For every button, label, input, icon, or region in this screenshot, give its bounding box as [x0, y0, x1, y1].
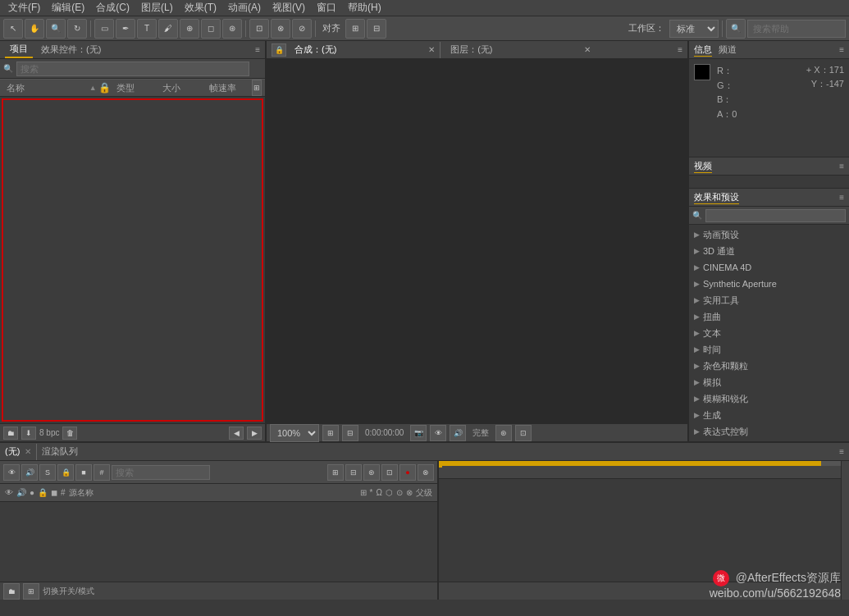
comp-menu-btn[interactable]: ≡ — [678, 45, 682, 54]
tl-stagger-btn[interactable]: ⊞ — [327, 464, 344, 481]
comp-lock-btn[interactable]: 🔒 — [272, 43, 286, 57]
timeline-area[interactable] — [439, 479, 841, 582]
tool-brush[interactable]: 🖌 — [158, 19, 178, 39]
effect-item-synthetic[interactable]: ▶ Synthetic Aperture — [689, 276, 849, 292]
workspace-select[interactable]: 标准 — [669, 20, 719, 38]
next-btn[interactable]: ▶ — [247, 427, 262, 440]
comp-body[interactable] — [267, 59, 687, 423]
tool-zoom[interactable]: 🔍 — [46, 19, 66, 39]
tool-rect[interactable]: ▭ — [94, 19, 114, 39]
effect-item-blur[interactable]: ▶ 模糊和锐化 — [689, 390, 849, 407]
tl-graph-btn[interactable]: ⊛ — [363, 464, 380, 481]
tab-audio[interactable]: 频道 — [719, 43, 737, 56]
tl-audio-btn[interactable]: 🔊 — [21, 464, 38, 481]
arrow-noise: ▶ — [694, 362, 700, 370]
tool-rotate[interactable]: ↻ — [67, 19, 87, 39]
tab-effects-controls[interactable]: 效果控件：(无) — [36, 42, 106, 57]
menu-edit[interactable]: 编辑(E) — [47, 0, 89, 16]
tab-info[interactable]: 信息 — [694, 43, 712, 57]
help-search-input[interactable] — [747, 20, 846, 38]
menu-composition[interactable]: 合成(C) — [91, 0, 135, 16]
tab-layer[interactable]: 图层：(无) — [445, 42, 497, 57]
effect-item-3d[interactable]: ▶ 3D 通道 — [689, 243, 849, 259]
menu-file[interactable]: 文件(F) — [3, 0, 45, 16]
grid-overlay-btn[interactable]: ⊡ — [515, 425, 532, 441]
effects-list[interactable]: ▶ 动画预设 ▶ 3D 通道 ▶ CINEMA 4D ▶ — [689, 225, 849, 441]
effect-item-generate[interactable]: ▶ 生成 — [689, 407, 849, 423]
new-folder-btn[interactable]: 🖿 — [3, 427, 18, 440]
tool-pen[interactable]: ✒ — [116, 19, 135, 39]
tl-eye-btn[interactable]: 👁 — [3, 464, 20, 481]
effects-search-input[interactable] — [705, 209, 846, 222]
tab-render-queue[interactable]: 渲染队列 — [42, 445, 78, 458]
layer-close-btn[interactable]: ✕ — [584, 45, 591, 54]
comp-close-btn[interactable]: ✕ — [428, 45, 435, 54]
effect-item-cinema4d[interactable]: ▶ CINEMA 4D — [689, 259, 849, 276]
effects-list-inner: ▶ 动画预设 ▶ 3D 通道 ▶ CINEMA 4D ▶ — [689, 225, 849, 441]
left-panel-menu[interactable]: ≡ — [255, 45, 260, 54]
menu-effects[interactable]: 效果(T) — [180, 0, 221, 16]
project-search-input[interactable] — [16, 62, 249, 76]
tl-record-btn[interactable]: ● — [399, 464, 416, 481]
info-menu-btn[interactable]: ≡ — [839, 45, 844, 54]
tool-extra3[interactable]: ⊘ — [292, 19, 312, 39]
effect-item-time[interactable]: ▶ 时间 — [689, 341, 849, 358]
effect-item-utility[interactable]: ▶ 实用工具 — [689, 292, 849, 308]
preview-menu-btn[interactable]: ≡ — [839, 162, 844, 171]
file-list-body[interactable] — [2, 98, 263, 422]
effect-item-animation[interactable]: ▶ 动画预设 — [689, 226, 849, 243]
tool-puppet[interactable]: ⊛ — [222, 19, 242, 39]
effect-item-distort[interactable]: ▶ 扭曲 — [689, 308, 849, 325]
tool-extra2[interactable]: ⊗ — [271, 19, 290, 39]
effect-item-simulate[interactable]: ▶ 模拟 — [689, 374, 849, 390]
tl-lock-btn[interactable]: 🔒 — [57, 464, 74, 481]
prev-btn[interactable]: ◀ — [229, 427, 244, 440]
col-options-btn[interactable]: ⊞ — [252, 80, 262, 96]
menu-layer[interactable]: 图层(L) — [136, 0, 178, 16]
timeline-close[interactable]: ✕ — [25, 447, 31, 456]
zoom-fit-btn[interactable]: ⊞ — [322, 425, 339, 441]
tl-solo-btn[interactable]: S — [39, 464, 56, 481]
timeline-menu-btn[interactable]: ≡ — [839, 447, 844, 456]
menu-help[interactable]: 帮助(H) — [343, 0, 386, 16]
effects-menu-btn[interactable]: ≡ — [839, 193, 844, 202]
tab-composition[interactable]: 合成：(无) — [290, 42, 341, 57]
effect-item-noise[interactable]: ▶ 杂色和颗粒 — [689, 358, 849, 374]
tl-motion-btn[interactable]: ⊗ — [418, 464, 434, 481]
tool-text[interactable]: T — [137, 19, 157, 39]
align-btn1[interactable]: ⊞ — [345, 19, 365, 39]
tool-extra1[interactable]: ⊡ — [249, 19, 269, 39]
timeline-ruler[interactable] — [439, 461, 841, 479]
menu-view[interactable]: 视图(V) — [267, 0, 310, 16]
tl-num-btn[interactable]: # — [94, 464, 110, 481]
zoom-select[interactable]: 100% — [270, 424, 319, 442]
tl-label-btn[interactable]: ■ — [75, 464, 92, 481]
tab-effects-presets[interactable]: 效果和预设 — [694, 191, 739, 204]
tool-eraser[interactable]: ◻ — [201, 19, 221, 39]
tl-shapes-btn[interactable]: ⊡ — [381, 464, 398, 481]
tool-hand[interactable]: ✋ — [25, 19, 44, 39]
tool-arrow[interactable]: ↖ — [3, 19, 23, 39]
tab-timeline-none[interactable]: (无) — [5, 445, 20, 458]
effect-item-expression[interactable]: ▶ 表达式控制 — [689, 423, 849, 440]
settings-btn[interactable]: ⊛ — [495, 425, 512, 441]
show-btn[interactable]: 👁 — [430, 425, 446, 441]
tl-sort-btn[interactable]: ⊟ — [345, 464, 362, 481]
timeline-layers[interactable] — [0, 502, 437, 582]
timeline-search-input[interactable] — [112, 465, 210, 480]
import-btn[interactable]: ⬇ — [21, 427, 36, 440]
tl-foot-btn1[interactable]: 🖿 — [3, 583, 20, 600]
tab-project[interactable]: 项目 — [5, 41, 33, 58]
grid-btn[interactable]: ⊟ — [342, 425, 358, 441]
vertical-scrollbar[interactable] — [841, 461, 849, 600]
delete-btn[interactable]: 🗑 — [62, 427, 77, 440]
tl-foot-btn2[interactable]: ⊞ — [23, 583, 39, 600]
audio-btn[interactable]: 🔊 — [450, 425, 466, 441]
menu-window[interactable]: 窗口 — [312, 0, 341, 16]
tab-preview[interactable]: 视频 — [694, 160, 712, 173]
effect-item-text[interactable]: ▶ 文本 — [689, 325, 849, 341]
snapshot-btn[interactable]: 📷 — [410, 425, 427, 441]
align-btn2[interactable]: ⊟ — [367, 19, 386, 39]
menu-animation[interactable]: 动画(A) — [223, 0, 266, 16]
tool-stamp[interactable]: ⊕ — [180, 19, 199, 39]
